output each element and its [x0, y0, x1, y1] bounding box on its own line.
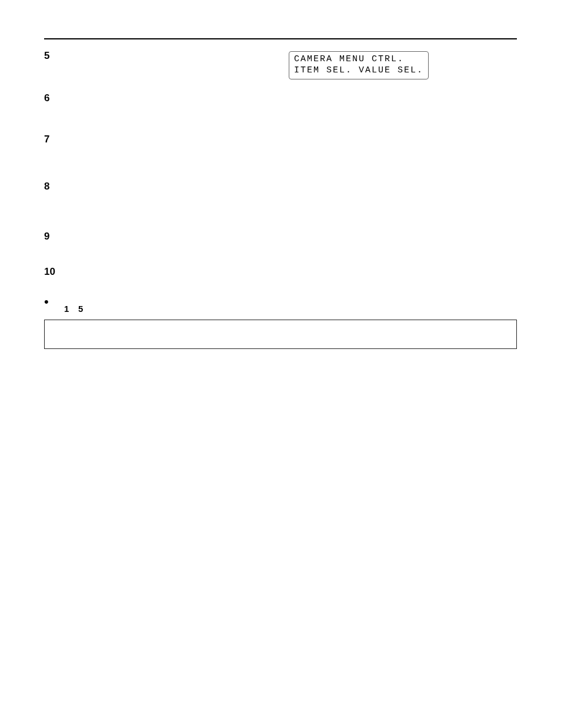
step-number: 6	[44, 92, 61, 104]
lcd-display: CAMERA MENU CTRL. ITEM SEL. VALUE SEL.	[289, 51, 429, 79]
step-number: 10	[44, 266, 61, 278]
step-6: 6	[44, 92, 517, 104]
bullet-note-line: • 1 5	[44, 295, 517, 314]
step-7: 7	[44, 134, 517, 145]
display-line-2: ITEM SEL. VALUE SEL.	[294, 65, 423, 75]
step-number: 7	[44, 134, 61, 145]
step-8: 8	[44, 181, 517, 192]
note-box	[44, 320, 517, 349]
step-number: 5	[44, 50, 61, 62]
step-10: 10	[44, 266, 517, 278]
bullet-icon: •	[44, 295, 61, 308]
step-number: 9	[44, 231, 61, 242]
bullet-number-5: 5	[75, 304, 86, 314]
bullet-number-1: 1	[61, 304, 72, 314]
step-9: 9	[44, 231, 517, 242]
step-number: 8	[44, 181, 61, 192]
top-divider	[44, 38, 517, 39]
step-5: 5 CAMERA MENU CTRL. ITEM SEL. VALUE SEL.	[44, 50, 517, 82]
display-line-1: CAMERA MENU CTRL.	[294, 54, 404, 64]
